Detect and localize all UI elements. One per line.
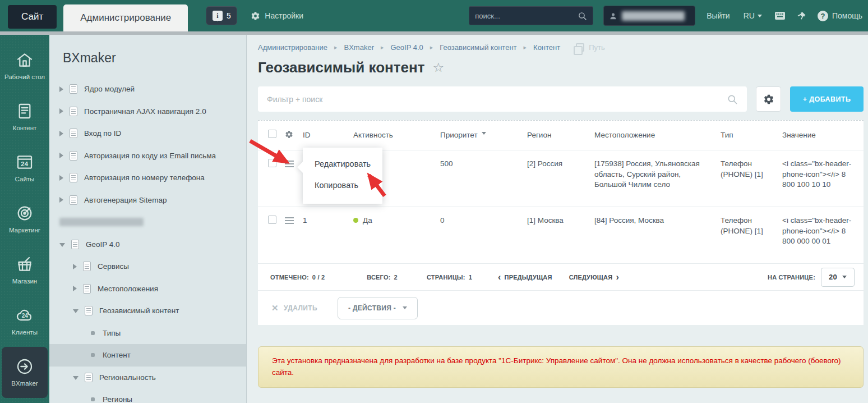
logout-button[interactable]: Выйти [707,11,730,20]
sidebar-item[interactable]: Авторизация по коду из Email письма [49,145,246,167]
rail-item-label: Магазин [12,277,37,285]
expand-icon[interactable] [59,197,63,203]
user-menu[interactable] [603,6,695,26]
sidebar-item[interactable]: Местоположения [49,278,246,300]
language-selector[interactable]: RU [744,11,762,20]
rail-item-clients[interactable]: 24 Клиенты [0,296,49,347]
filter-search-box[interactable] [258,86,747,112]
copy-icon [576,43,584,52]
chevron-down-icon [403,306,407,312]
add-button[interactable]: + ДОБАВИТЬ [790,86,864,112]
prev-page-link[interactable]: ‹ПРЕДЫДУЩАЯ [498,273,552,282]
column-header-type[interactable]: Тип [721,130,782,141]
favorite-star-icon[interactable]: ☆ [432,60,444,75]
document-icon [70,173,77,182]
rail-item-shop[interactable]: Магазин [0,245,49,296]
expand-icon[interactable] [59,175,63,181]
sidebar-item[interactable]: Типы [49,322,246,345]
filter-search-input[interactable] [267,95,727,104]
cell-priority: 500 [440,150,527,170]
rail-item-desktop[interactable]: Рабочий стол [0,40,49,91]
column-header-region[interactable]: Регион [527,130,594,141]
expand-icon[interactable] [59,153,63,158]
help-button[interactable]: ? Помощь [818,11,862,21]
column-header-value[interactable]: Значение [782,130,864,141]
collapse-icon[interactable] [59,243,65,247]
copy-path-button[interactable]: Путь [576,43,605,52]
collapse-icon[interactable] [73,376,79,380]
context-menu-copy[interactable]: Копировать [303,175,382,196]
row-checkbox[interactable] [268,159,276,167]
column-header-id[interactable]: ID [303,130,353,141]
svg-text:24: 24 [21,160,28,167]
keyboard-shortcuts-button[interactable] [774,11,786,20]
expand-icon[interactable] [73,264,77,269]
sort-desc-icon [482,132,486,137]
expand-icon[interactable] [59,86,63,92]
settings-button[interactable]: Настройки [251,11,303,21]
expand-icon[interactable] [59,131,63,136]
sidebar-item-label: Вход по ID [84,129,121,138]
rail-item-label: Маркетинг [9,226,40,234]
cell-region: [2] Россия [527,150,594,170]
sidebar-item[interactable]: Региональность [49,367,246,389]
tab-site[interactable]: Сайт [8,5,57,29]
breadcrumb-link[interactable]: BXmaker [344,43,374,52]
sidebar-item[interactable]: Постраничная AJAX навигация 2.0 [49,100,246,123]
row-checkbox[interactable] [268,216,276,224]
row-menu-icon[interactable] [285,217,294,224]
sidebar-item[interactable]: Регионы [49,388,246,403]
sidebar-item-label: Типы [103,329,121,337]
tab-admin[interactable]: Администрирование [63,4,188,31]
sidebar-item[interactable] [49,211,246,233]
per-page-select[interactable]: 20 [821,268,855,287]
global-search-input[interactable] [475,12,578,20]
sidebar-item[interactable]: Авторизация по номеру телефона [49,167,246,189]
cell-value: <i class="bx-header-phone-icon"></i> 8 8… [782,207,864,247]
breadcrumb-link[interactable]: GeoIP 4.0 [391,43,423,52]
actions-dropdown[interactable]: - ДЕЙСТВИЯ - [338,297,418,319]
table-row[interactable]: 1 Да 0 [1] Москва [84] Россия, Москва Те… [258,207,864,263]
rail-item-marketing[interactable]: Маркетинг [0,194,49,245]
sidebar-item-label: Авторизация по коду из Email письма [84,152,216,160]
collapse-icon[interactable] [73,309,79,313]
breadcrumb-link[interactable]: Администрирование [258,43,327,52]
delete-button[interactable]: ✕ УДАЛИТЬ [271,303,317,313]
sidebar-item[interactable]: Ядро модулей [49,78,246,100]
grid-settings-button[interactable] [756,86,781,112]
sidebar-item[interactable]: GeoIP 4.0 [49,233,246,256]
content-icon [15,102,34,120]
pin-panel-button[interactable] [797,11,806,21]
expand-icon[interactable] [73,286,77,291]
column-header-active[interactable]: Активность [353,130,440,141]
document-icon [83,284,91,294]
document-icon [85,306,93,315]
breadcrumb-link[interactable]: Геозависимый контент [440,43,516,52]
rail-item-bxmaker[interactable]: BXmaker [2,347,48,398]
grid-footer: ОТМЕЧЕНО:0 / 2 ВСЕГО:2 СТРАНИЦЫ:1 ‹ПРЕДЫ… [258,263,864,290]
sidebar-item-selected[interactable]: Контент [49,344,246,367]
pages-label: СТРАНИЦЫ: [427,274,465,281]
settings-label: Настройки [265,11,303,20]
notifications-button[interactable]: i 5 [206,6,237,25]
breadcrumb-link[interactable]: Контент [533,43,560,52]
context-menu-edit[interactable]: Редактировать [303,153,382,175]
sidebar-item[interactable]: Автогенерация Sitemap [49,189,246,212]
rail-item-content[interactable]: Контент [0,91,49,143]
row-menu-icon[interactable] [285,161,294,167]
gear-icon[interactable] [285,130,293,139]
select-all-checkbox[interactable] [268,130,276,138]
sidebar-item[interactable]: Геозависимый контент [49,300,246,322]
user-icon [609,12,617,20]
column-header-priority[interactable]: Приоритет [440,130,527,141]
sidebar-item[interactable]: Сервисы [49,255,246,278]
chevron-down-icon [758,15,762,20]
rail-item-sites[interactable]: 24 Сайты [0,143,49,194]
expand-icon[interactable] [59,108,63,114]
sidebar-item[interactable]: Вход по ID [49,122,246,145]
sidebar-item-label: Постраничная AJAX навигация 2.0 [84,107,206,116]
next-page-link[interactable]: СЛЕДУЮЩАЯ› [569,273,619,282]
column-header-location[interactable]: Местоположение [594,130,721,141]
document-icon [71,240,79,249]
global-search[interactable] [469,6,593,25]
